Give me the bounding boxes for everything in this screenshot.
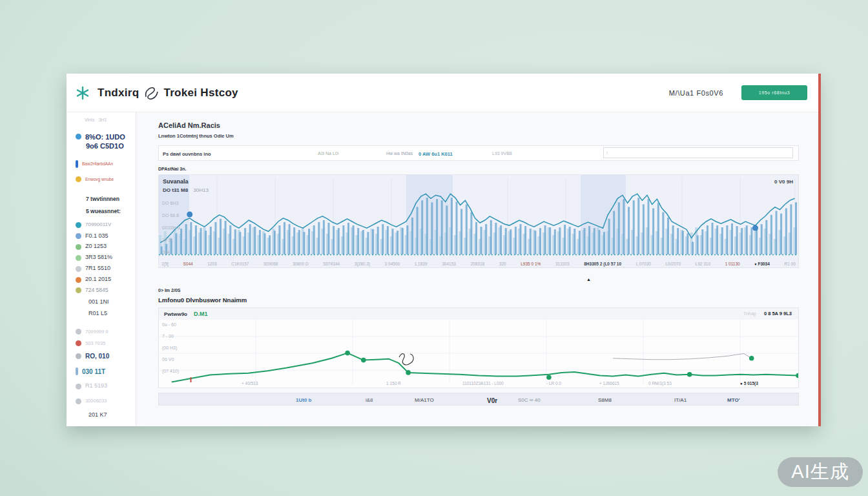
line-chart-x-label: 0 RM/3(3 53 — [648, 381, 672, 386]
sidebar-item[interactable]: Baw2HtarbdAAn — [67, 160, 136, 168]
sidebar-item[interactable]: RO, 010 — [67, 353, 136, 360]
line-chart-y-label: (00 H3) — [162, 346, 177, 350]
toolbar-label: L93 9VB8 — [492, 151, 512, 156]
sidebar-item[interactable]: 70990011V — [67, 222, 136, 228]
leaf-icon — [76, 255, 81, 261]
sidebar-item-label: 201 K7 — [88, 412, 107, 418]
leaf-icon — [76, 244, 81, 250]
bar-chart-title: Suvanala — [163, 178, 209, 185]
bar-chart-x-tick: S07#344 — [323, 262, 340, 266]
footer-column-label[interactable]: S0C ∞ 40 — [518, 397, 541, 403]
sidebar-item[interactable]: 8%O: 1UDO — [67, 133, 136, 141]
dot-icon — [76, 277, 81, 283]
bar-chart-x-tick: 313303 — [555, 262, 570, 266]
sidebar-item-label: 20.1 2015 — [85, 276, 111, 283]
footer-column-label[interactable]: S8M8 — [598, 397, 612, 403]
sidebar-item[interactable]: 030 11T — [67, 367, 136, 375]
volume-bar-chart: Suvanala DO t31 M8 30H13 0 V0 9H 1[5]S04… — [158, 174, 799, 268]
pin-icon — [76, 160, 78, 168]
line-chart-y-label: 7 - 00 — [162, 334, 174, 338]
sidebar-item-label: 9o6 C5D1O — [86, 142, 124, 150]
sidebar-item-label: 503 7035 — [85, 341, 105, 346]
sidebar-item[interactable]: 001 1NI — [67, 299, 136, 305]
bar-chart-y-label: DO 66.8 — [162, 213, 179, 218]
snowflake-logo-icon — [76, 86, 90, 100]
footer-column-label[interactable]: MTO' — [727, 397, 740, 403]
sidebar-item[interactable]: 5 wueasnnet: — [67, 209, 136, 214]
account-label: M/\Ua1 F0s0V6 — [669, 89, 723, 97]
alert-dot-icon — [76, 340, 81, 346]
bar-chart-x-tick: 3 04500 — [385, 262, 400, 266]
sidebar-item[interactable]: Enwovg wnube — [67, 176, 136, 182]
bar-chart-x-tick: S044 — [183, 262, 192, 266]
dot-icon — [76, 329, 81, 335]
doc-icon — [76, 233, 81, 239]
main-content: ACeliAd Nm.Racis Lnwton 1Cotmtnj thnus O… — [136, 112, 819, 426]
dot-icon — [76, 266, 81, 272]
sidebar-item[interactable]: 3R3 581% — [67, 254, 136, 261]
bar-chart-x-tick: L 07030 — [636, 262, 651, 266]
pin-icon — [76, 367, 78, 375]
sidebar-item-label: Z0 1253 — [85, 243, 107, 250]
sidebar-item[interactable]: 724 5845 — [67, 287, 136, 293]
sidebar-item[interactable]: 30006033 — [67, 398, 136, 404]
bar-chart-x-axis: 1[5]S0441203C1K0157S0906830800 DS07#3443… — [159, 262, 798, 266]
sidebar-item[interactable]: 20.1 2015 — [67, 276, 136, 283]
line-chart-y-label: 0u - 60 — [162, 322, 176, 327]
bar-chart-subtitle: DO t31 M8 — [163, 187, 188, 193]
warning-dot-icon — [76, 176, 81, 182]
footer-column-label[interactable]: i&8 — [366, 397, 373, 403]
toolbar-link[interactable]: 0 AW 6u1 K011 — [418, 151, 453, 157]
sidebar-item-label: Baw2HtarbdAAn — [82, 161, 113, 166]
app-title-part1: Tndxirq — [98, 87, 139, 99]
sidebar-item[interactable]: 201 K7 — [67, 412, 136, 418]
section1-label: DPAstNai 3n. — [158, 167, 819, 171]
sidebar: Vints · 3H18%O: 1UDO9o6 C5D1OBaw2HtarbdA… — [67, 112, 136, 426]
line-chart-x-label: ● 5 015(3 — [740, 381, 758, 386]
summary-footer-bar: 1Ut0 bi&8M/A1TOV0rS0C ∞ 40S8M8IT/A1MTO' — [158, 393, 799, 406]
footer-column-label[interactable]: 1Ut0 b — [296, 397, 311, 403]
dot-icon — [76, 287, 81, 293]
sidebar-item-label: Vints · 3H1 — [85, 118, 107, 123]
sidebar-item-label: 3R3 581% — [85, 254, 112, 261]
sidebar-item[interactable]: Z0 1253 — [67, 243, 136, 250]
sidebar-item-label: 7R1 5510 — [85, 265, 110, 272]
axis-marker-icon: ▲ — [586, 277, 591, 282]
app-title-part2: Trokei Hstcoy — [163, 87, 238, 99]
sidebar-item[interactable]: Vints · 3H1 — [67, 118, 136, 123]
footer-column-label[interactable]: IT/A1 — [674, 397, 687, 403]
sidebar-item[interactable]: F0.1 035 — [67, 233, 136, 240]
bar-chart-x-tick: 30800 D — [293, 262, 309, 266]
footer-column-label[interactable]: M/A1TO — [415, 397, 434, 403]
section2-label: 0> Im 2/0S — [158, 288, 819, 293]
bar-chart-x-tick: C1K0157 — [231, 262, 249, 266]
sidebar-item[interactable]: 7 twvtinnnen — [67, 196, 136, 202]
bar-chart-x-tick: L935 0 1% — [521, 262, 541, 266]
bar-chart-y-label: 004 — [162, 250, 170, 254]
sidebar-item[interactable]: R1 5193 — [67, 383, 136, 389]
sidebar-item[interactable]: 9o6 C5D1O — [67, 142, 136, 150]
bar-chart-x-tick: R1 00 — [784, 262, 795, 266]
line-chart-x-label: 1 150 R — [386, 381, 401, 386]
bar-chart-canvas — [159, 175, 798, 256]
sidebar-item-label: 70990011V — [85, 222, 111, 228]
globe-icon — [76, 222, 81, 228]
sidebar-item-label: 030 11T — [82, 368, 105, 375]
primary-action-button[interactable]: 195o r68tnu3 — [741, 85, 807, 100]
footer-column-label[interactable]: V0r — [487, 397, 497, 404]
line-chart-header-strip — [159, 308, 798, 320]
dot-icon — [76, 384, 81, 389]
line-chart-x-label: + 40/513 — [242, 381, 258, 386]
sidebar-item-label: R01 L5 — [88, 311, 107, 317]
filter-toolbar: Ps dawl ouvnbns inoA0i Na L0iHw wa tN0as… — [158, 145, 799, 161]
swirl-icon — [76, 134, 81, 140]
search-input[interactable] — [603, 147, 793, 158]
sidebar-item[interactable]: 7099999 9 — [67, 329, 136, 335]
sidebar-item-label: 7099999 9 — [85, 329, 108, 335]
sidebar-item-label: RO, 010 — [85, 353, 109, 360]
sidebar-item[interactable]: R01 L5 — [67, 311, 136, 317]
sidebar-item[interactable]: 7R1 5510 — [67, 265, 136, 272]
app-title: Tndxirq Trokei Hstcoy — [98, 84, 238, 102]
sidebar-item[interactable]: 503 7035 — [67, 340, 136, 346]
bar-chart-x-tick: 1 01130 — [725, 262, 740, 266]
